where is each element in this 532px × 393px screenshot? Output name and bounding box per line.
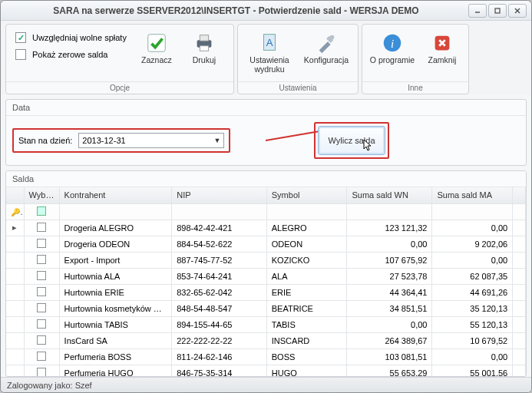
svg-text:A: A bbox=[266, 37, 273, 48]
cell-suma-wn: 107 675,92 bbox=[347, 252, 432, 268]
cell-suma-wn: 27 523,78 bbox=[347, 268, 432, 284]
col-nip[interactable]: NIP bbox=[172, 187, 267, 203]
maximize-button[interactable] bbox=[488, 4, 507, 18]
row-checkbox-cell[interactable] bbox=[24, 348, 59, 365]
zaznacz-button[interactable]: Zaznacz bbox=[134, 28, 179, 69]
table-row[interactable]: Perfumeria BOSS811-24-62-146BOSS103 081,… bbox=[6, 348, 526, 365]
col-kontrahent[interactable]: Kontrahent bbox=[59, 187, 172, 203]
table-row[interactable]: Hurtownia kosmetyków B…848-54-48-547BEAT… bbox=[6, 300, 526, 316]
cell-nip: 894-155-44-65 bbox=[172, 316, 267, 332]
wylicz-salda-button[interactable]: Wylicz salda bbox=[318, 126, 385, 155]
date-highlight-box: Stan na dzień: 2013-12-31 ▼ bbox=[12, 128, 230, 153]
row-checkbox-cell[interactable] bbox=[24, 268, 59, 284]
table-row[interactable]: InsCard SA222-222-22-22INSCARD264 389,67… bbox=[6, 332, 526, 348]
col-sumama[interactable]: Suma sald MA bbox=[432, 187, 513, 203]
col-scroll-gap bbox=[513, 187, 526, 203]
salda-table: Wybr… Kontrahent NIP Symbol Suma sald WN… bbox=[6, 187, 526, 376]
cell-suma-ma: 10 679,52 bbox=[432, 332, 513, 348]
svg-rect-7 bbox=[200, 46, 208, 51]
zamknij-button[interactable]: Zamknij bbox=[421, 28, 464, 69]
row-checkbox[interactable] bbox=[37, 368, 46, 377]
svg-text:i: i bbox=[391, 38, 394, 50]
cell-suma-wn: 264 389,67 bbox=[347, 332, 432, 348]
row-checkbox-cell[interactable] bbox=[24, 332, 59, 348]
cell-suma-ma: 0,00 bbox=[432, 220, 513, 236]
row-indicator bbox=[6, 316, 24, 332]
row-checkbox[interactable] bbox=[37, 255, 46, 264]
o-programie-button[interactable]: i O programie bbox=[367, 28, 418, 69]
cell-suma-ma: 0,00 bbox=[432, 252, 513, 268]
svg-rect-6 bbox=[200, 35, 208, 41]
cell-suma-wn: 55 653,29 bbox=[347, 365, 432, 376]
svg-rect-1 bbox=[495, 8, 500, 13]
col-sumawn[interactable]: Suma sald WN bbox=[347, 187, 432, 203]
row-indicator bbox=[6, 252, 24, 268]
col-symbol[interactable]: Symbol bbox=[266, 187, 347, 203]
row-checkbox-cell[interactable] bbox=[24, 316, 59, 332]
row-checkbox-cell[interactable] bbox=[24, 300, 59, 316]
minimize-button[interactable] bbox=[468, 4, 487, 18]
salda-grid[interactable]: Wybr… Kontrahent NIP Symbol Suma sald WN… bbox=[6, 187, 526, 376]
checkbox-uwzgledniaj[interactable] bbox=[15, 32, 26, 43]
date-dropdown[interactable]: 2013-12-31 ▼ bbox=[78, 133, 224, 148]
group-title-inne: Inne bbox=[362, 81, 468, 94]
col-indicator[interactable] bbox=[6, 187, 24, 203]
check-icon bbox=[145, 31, 168, 54]
table-row[interactable]: Hurtownia TABIS894-155-44-65TABIS0,0055 … bbox=[6, 316, 526, 332]
cell-nip: 832-65-62-042 bbox=[172, 284, 267, 300]
cell-suma-wn: 44 364,41 bbox=[347, 284, 432, 300]
row-checkbox[interactable] bbox=[37, 271, 46, 280]
close-button[interactable] bbox=[508, 4, 527, 18]
cell-kontrahent: Hurtownia TABIS bbox=[59, 316, 172, 332]
table-row[interactable]: Hurtownia ERIE832-65-62-042ERIE44 364,41… bbox=[6, 284, 526, 300]
row-checkbox-cell[interactable] bbox=[24, 284, 59, 300]
filter-checkbox-icon[interactable] bbox=[37, 206, 46, 216]
table-row[interactable]: Drogeria ODEON884-54-52-622ODEON0,009 20… bbox=[6, 236, 526, 252]
row-checkbox[interactable] bbox=[37, 223, 46, 232]
cell-suma-ma: 9 202,06 bbox=[432, 236, 513, 252]
row-checkbox-cell[interactable] bbox=[24, 365, 59, 376]
salda-panel: Salda Wybr… Kontrahent NIP Symbol Suma s… bbox=[5, 170, 527, 377]
options-checkbox-column: Uwzględniaj wolne spłaty Pokaż zerowe sa… bbox=[11, 28, 131, 64]
close-icon bbox=[431, 31, 454, 54]
ribbon-group-inne: i O programie Zamknij Inne bbox=[362, 24, 469, 94]
cell-kontrahent: Drogeria ODEON bbox=[59, 236, 172, 252]
filter-row[interactable] bbox=[6, 203, 526, 220]
cell-suma-ma: 55 001,56 bbox=[432, 365, 513, 376]
row-checkbox[interactable] bbox=[37, 239, 46, 248]
row-indicator bbox=[6, 268, 24, 284]
row-checkbox-cell[interactable] bbox=[24, 236, 59, 252]
col-wybr[interactable]: Wybr… bbox=[24, 187, 59, 203]
table-row[interactable]: Hurtownia ALA853-74-64-241ALA27 523,7862… bbox=[6, 268, 526, 284]
table-row[interactable]: ▸Drogeria ALEGRO898-42-42-421ALEGRO123 1… bbox=[6, 220, 526, 236]
cell-kontrahent: Export - Import bbox=[59, 252, 172, 268]
row-checkbox[interactable] bbox=[37, 352, 46, 361]
cell-nip: 848-54-48-547 bbox=[172, 300, 267, 316]
row-checkbox-cell[interactable] bbox=[24, 220, 59, 236]
info-icon: i bbox=[381, 31, 404, 54]
ustawienia-wydruku-button[interactable]: A Ustawienia wydruku bbox=[243, 28, 296, 78]
data-panel: Data Stan na dzień: 2013-12-31 ▼ Wylicz … bbox=[5, 99, 527, 166]
cell-symbol: KOZICKO bbox=[266, 252, 347, 268]
page-setup-icon: A bbox=[258, 31, 281, 54]
row-checkbox[interactable] bbox=[37, 335, 46, 345]
row-checkbox[interactable] bbox=[37, 319, 46, 329]
label-uwzgledniaj: Uwzględniaj wolne spłaty bbox=[32, 33, 127, 42]
cell-suma-ma: 35 120,13 bbox=[432, 300, 513, 316]
cell-symbol: TABIS bbox=[266, 316, 347, 332]
table-row[interactable]: Export - Import887-745-77-52KOZICKO107 6… bbox=[6, 252, 526, 268]
app-window: SARA na serwerze SSERVER2012\INSERTGT - … bbox=[0, 0, 532, 393]
checkbox-pokaz-zerowe[interactable] bbox=[15, 49, 26, 60]
drukuj-button[interactable]: Drukuj bbox=[182, 28, 226, 69]
row-indicator bbox=[6, 236, 24, 252]
row-checkbox[interactable] bbox=[37, 287, 46, 296]
table-row[interactable]: Perfumeria HUGO846-75-35-314HUGO55 653,2… bbox=[6, 365, 526, 376]
status-bar: Zalogowany jako: Szef bbox=[1, 377, 531, 392]
cell-suma-wn: 0,00 bbox=[347, 236, 432, 252]
row-checkbox-cell[interactable] bbox=[24, 252, 59, 268]
ribbon: Uwzględniaj wolne spłaty Pokaż zerowe sa… bbox=[1, 21, 531, 94]
cell-kontrahent: Hurtownia kosmetyków B… bbox=[59, 300, 172, 316]
cell-nip: 222-222-22-22 bbox=[172, 332, 267, 348]
row-checkbox[interactable] bbox=[37, 303, 46, 312]
konfiguracja-button[interactable]: Konfiguracja bbox=[299, 28, 353, 69]
